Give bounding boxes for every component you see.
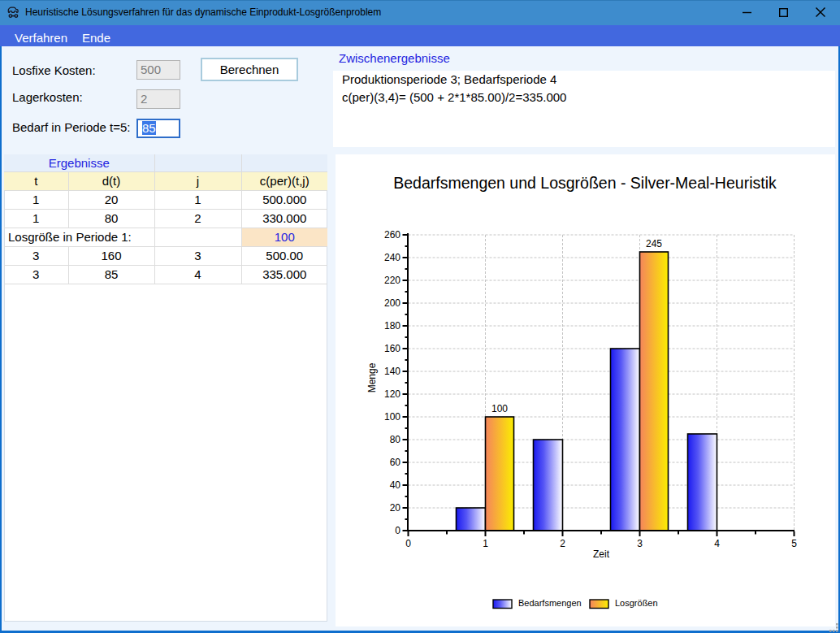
- svg-text:Bedarfsmengen und Losgrößen -: Bedarfsmengen und Losgrößen - Silver-Mea…: [393, 174, 777, 192]
- svg-text:5: 5: [791, 538, 797, 549]
- svg-text:2: 2: [560, 538, 565, 549]
- svg-text:120: 120: [384, 388, 401, 400]
- svg-text:260: 260: [384, 229, 401, 241]
- svg-text:200: 200: [384, 297, 401, 309]
- svg-text:100: 100: [384, 411, 401, 423]
- svg-text:100: 100: [491, 403, 508, 414]
- svg-text:0: 0: [405, 538, 411, 549]
- svg-text:160: 160: [384, 343, 401, 354]
- svg-text:220: 220: [384, 275, 401, 286]
- svg-text:0: 0: [395, 525, 401, 536]
- svg-text:1: 1: [483, 538, 488, 549]
- svg-text:Zeit: Zeit: [593, 548, 610, 560]
- svg-text:Menge: Menge: [366, 362, 378, 392]
- svg-text:245: 245: [646, 238, 662, 249]
- svg-text:3: 3: [637, 538, 643, 549]
- svg-text:Bedarfsmengen: Bedarfsmengen: [518, 598, 582, 608]
- svg-text:4: 4: [714, 538, 720, 549]
- svg-text:80: 80: [390, 434, 401, 445]
- svg-text:60: 60: [390, 457, 401, 468]
- svg-text:180: 180: [384, 320, 401, 332]
- svg-text:240: 240: [384, 252, 401, 263]
- svg-text:20: 20: [390, 502, 401, 514]
- svg-text:140: 140: [384, 366, 401, 377]
- svg-text:40: 40: [390, 479, 401, 491]
- svg-text:Losgrößen: Losgrößen: [615, 598, 658, 608]
